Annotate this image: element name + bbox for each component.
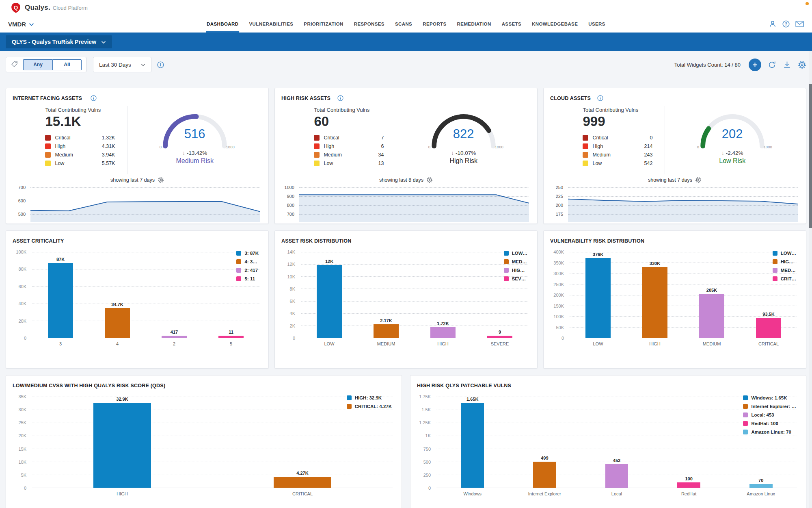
legend-item[interactable]: 4: 3…	[236, 259, 259, 264]
nav-tab-dashboard[interactable]: DASHBOARD	[206, 15, 239, 33]
severity-value: 5.57K	[102, 161, 115, 166]
severity-row-critical: Critical 1.32K	[45, 135, 115, 141]
legend-swatch	[773, 259, 777, 264]
severity-value: 13	[378, 161, 384, 166]
legend-item[interactable]: 5: 11	[236, 276, 259, 281]
nav-tab-scans[interactable]: SCANS	[394, 15, 413, 33]
legend-item[interactable]: LOW…	[773, 251, 796, 256]
bar-group-high: 32.9K	[32, 397, 212, 488]
bar-severe[interactable]	[487, 336, 512, 338]
module-nav-row: VMDR DASHBOARDVULNERABILITIESPRIORITIZAT…	[0, 15, 812, 33]
bar-3[interactable]	[48, 263, 73, 338]
bar-value: 330K	[650, 261, 660, 266]
bar-low[interactable]	[585, 258, 611, 338]
module-selector[interactable]: VMDR	[8, 21, 34, 28]
category-label: HIGH	[638, 341, 672, 347]
bar-internet-explorer[interactable]	[533, 462, 556, 488]
bar-medium[interactable]	[374, 324, 399, 338]
toggle-all[interactable]: All	[52, 59, 82, 70]
bar-value: 87K	[56, 257, 65, 262]
info-icon[interactable]	[337, 95, 343, 101]
legend-item[interactable]: RedHat: 100	[743, 421, 796, 426]
bar-5[interactable]	[218, 336, 244, 338]
scrollbar-track[interactable]	[809, 51, 812, 508]
bar-low[interactable]	[317, 265, 342, 338]
legend-item[interactable]: HIG…	[504, 268, 527, 273]
bar-group-redhat: 100	[653, 397, 725, 488]
bar-high[interactable]	[430, 327, 456, 338]
legend-item[interactable]: 3: 87K	[236, 251, 259, 256]
download-icon[interactable]	[783, 61, 791, 69]
user-icon[interactable]	[769, 20, 777, 28]
bar-group-medium: 2.17K	[358, 252, 415, 338]
severity-swatch	[45, 152, 51, 158]
legend-label: CRIT…	[781, 276, 796, 281]
bar-critical[interactable]	[756, 318, 781, 338]
bar-critical[interactable]	[274, 477, 331, 488]
bar-value: 32.9K	[116, 397, 128, 402]
settings-gear-icon[interactable]	[798, 61, 806, 69]
legend-item[interactable]: MED…	[773, 268, 796, 273]
legend-item[interactable]: MED…	[504, 259, 527, 264]
legend-item[interactable]: CRITICAL: 4.27K	[347, 404, 392, 409]
legend-item[interactable]: Internet Explorer: …	[743, 404, 796, 409]
risk-score-gauge: 202 0 1000 ↓-2.42% Low Risk	[665, 106, 799, 174]
legend-item[interactable]: Amazon Linux: 70	[743, 430, 796, 434]
add-widget-button[interactable]	[749, 59, 761, 71]
bar-amazon-linux[interactable]	[749, 484, 773, 488]
legend-item[interactable]: SEV…	[504, 276, 527, 281]
bar-local[interactable]	[605, 464, 628, 488]
bar-redhat[interactable]	[677, 482, 700, 488]
toggle-any[interactable]: Any	[23, 59, 52, 70]
legend-item[interactable]: HIGH: 32.9K	[347, 395, 392, 400]
bar-2[interactable]	[162, 336, 187, 338]
bar-medium[interactable]	[699, 294, 724, 338]
gear-icon[interactable]	[426, 177, 433, 183]
severity-label: High	[592, 143, 640, 149]
legend-item[interactable]: LOW…	[504, 251, 527, 256]
legend-item[interactable]: Windows: 1.65K	[743, 395, 796, 400]
category-label: CRITICAL	[752, 341, 786, 347]
dashboard-selector[interactable]: QLYS - Qualys TruRisk Preview	[6, 35, 112, 48]
bar-chart: 35K30K25K20K15K10K5K0 32.9K 4.27K HIGH: …	[13, 397, 395, 497]
bar-value: 34.7K	[111, 302, 123, 307]
bar-group-3: 87K	[32, 252, 89, 338]
nav-tab-users[interactable]: USERS	[587, 15, 606, 33]
nav-tab-vulnerabilities[interactable]: VULNERABILITIES	[248, 15, 294, 33]
refresh-icon[interactable]	[768, 61, 776, 69]
mail-icon[interactable]	[795, 20, 804, 28]
legend-item[interactable]: Local: 453	[743, 412, 796, 417]
nav-tab-responses[interactable]: RESPONSES	[353, 15, 385, 33]
legend-label: Internet Explorer: …	[751, 404, 796, 409]
info-icon[interactable]	[157, 61, 164, 68]
bar-windows[interactable]	[461, 403, 484, 488]
risk-change: ↓-2.42%	[721, 150, 743, 156]
widget-internet-facing-assets: INTERNET FACING ASSETS Total Contributin…	[6, 88, 269, 224]
category-label: MEDIUM	[369, 341, 403, 347]
nav-tab-remediation[interactable]: REMEDIATION	[456, 15, 492, 33]
bar-high[interactable]	[93, 403, 151, 488]
nav-tab-knowledgebase[interactable]: KNOWLEDGEBASE	[531, 15, 579, 33]
nav-tab-assets[interactable]: ASSETS	[501, 15, 522, 33]
legend-item[interactable]: CRIT…	[773, 276, 796, 281]
bar-value: 1.72K	[437, 321, 449, 326]
gear-icon[interactable]	[695, 177, 702, 183]
nav-tab-prioritization[interactable]: PRIORITIZATION	[303, 15, 344, 33]
legend-swatch	[773, 276, 777, 281]
bar-value: 93.5K	[762, 312, 774, 317]
trend-y-axis: 700600500	[13, 185, 30, 222]
time-range-select[interactable]: Last 30 Days	[93, 57, 151, 72]
chart-x-axis: LOWHIGHMEDIUMCRITICAL	[570, 338, 797, 347]
bar-4[interactable]	[105, 308, 130, 338]
severity-value: 6	[381, 143, 384, 149]
scrollbar-thumb[interactable]	[809, 84, 812, 228]
gear-icon[interactable]	[158, 177, 164, 183]
legend-swatch	[743, 395, 748, 400]
legend-item[interactable]: 2: 417	[236, 268, 259, 273]
info-icon[interactable]	[91, 95, 97, 101]
bar-high[interactable]	[642, 267, 667, 338]
info-icon[interactable]	[597, 95, 603, 101]
nav-tab-reports[interactable]: REPORTS	[422, 15, 447, 33]
help-icon[interactable]: ?	[782, 20, 790, 28]
legend-item[interactable]: HIG…	[773, 259, 796, 264]
